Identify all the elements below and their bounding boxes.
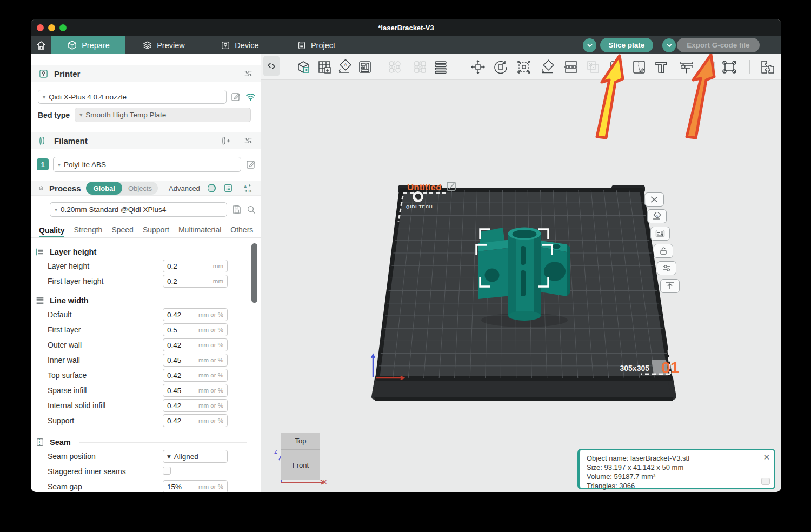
- tab-others[interactable]: Others: [230, 225, 253, 237]
- slice-options-dropdown[interactable]: [583, 38, 596, 52]
- tab-device[interactable]: Device: [202, 36, 278, 54]
- edit-filament-icon[interactable]: [245, 159, 256, 170]
- setting-value: Aligned: [174, 453, 198, 461]
- slice-plate-button[interactable]: Slice plate: [600, 38, 653, 52]
- arrange-button[interactable]: [355, 57, 375, 77]
- minimize-panel-button[interactable]: –: [761, 478, 770, 485]
- first-layer-height-input[interactable]: 0.2mm: [163, 275, 228, 288]
- variable-layer-height-button[interactable]: [758, 57, 777, 77]
- group-title: Layer height: [50, 248, 96, 256]
- rotate-button[interactable]: [491, 57, 510, 77]
- build-plate[interactable]: QIDI TECH 305x305: [371, 185, 674, 401]
- tab-multimaterial[interactable]: Multimaterial: [178, 225, 221, 237]
- edit-printer-icon[interactable]: [230, 91, 241, 102]
- tab-speed[interactable]: Speed: [111, 225, 133, 237]
- process-scope-objects[interactable]: Objects: [122, 184, 158, 192]
- lay-on-face-button[interactable]: [537, 57, 557, 77]
- split-to-parts-button[interactable]: [410, 57, 430, 77]
- line-width-default-input[interactable]: 0.42mm or %: [163, 308, 228, 321]
- seam-gap-input[interactable]: 15%mm or %: [163, 480, 228, 492]
- auto-orient-button[interactable]: A: [335, 57, 354, 77]
- edit-plate-name-icon[interactable]: [447, 182, 455, 190]
- tab-support[interactable]: Support: [143, 225, 169, 237]
- cut-button[interactable]: [561, 57, 581, 77]
- fuzzy-skin-button[interactable]: [700, 57, 720, 77]
- lock-plate-button[interactable]: [654, 244, 673, 258]
- add-plate-button[interactable]: [315, 57, 334, 77]
- line-width-outer-wall-input[interactable]: 0.42mm or %: [163, 338, 228, 351]
- tab-preview[interactable]: Preview: [125, 36, 202, 54]
- collapse-sidebar-button[interactable]: [263, 56, 280, 76]
- move-plate-up-button[interactable]: [660, 279, 680, 293]
- seam-position-select[interactable]: ▾Aligned: [163, 450, 228, 463]
- sidebar-scrollbar[interactable]: [251, 243, 257, 303]
- tab-strength[interactable]: Strength: [74, 225, 102, 237]
- compare-presets-icon[interactable]: AB: [243, 183, 253, 194]
- line-width-top-surface-input[interactable]: 0.42mm or %: [163, 369, 228, 382]
- setting-unit: mm or %: [198, 372, 223, 378]
- assembly-button[interactable]: [720, 57, 739, 77]
- setting-unit: mm or %: [198, 402, 223, 409]
- mesh-boolean-button[interactable]: [583, 57, 603, 77]
- printer-settings-icon[interactable]: [243, 69, 253, 78]
- viewport-3d[interactable]: A: [261, 54, 781, 492]
- view-cube[interactable]: Top Front: [281, 433, 320, 480]
- plate-name-label[interactable]: Untitled: [407, 182, 441, 192]
- printer-select[interactable]: ▾ Qidi X-Plus 4 0.4 nozzle: [38, 90, 227, 104]
- object-list-button[interactable]: [431, 57, 450, 77]
- tab-project[interactable]: Project: [278, 36, 354, 54]
- line-width-internal-solid-input[interactable]: 0.42mm or %: [163, 399, 228, 412]
- setting-unit: mm or %: [198, 311, 223, 318]
- model-object[interactable]: [478, 228, 570, 328]
- save-preset-icon[interactable]: [231, 204, 242, 215]
- seam-paint-button[interactable]: [629, 57, 649, 77]
- plate-size-label: 305x305: [620, 364, 649, 373]
- add-filament-icon[interactable]: [220, 136, 230, 146]
- tab-preview-label: Preview: [157, 41, 185, 50]
- plate-auto-orient-button[interactable]: A: [647, 209, 667, 223]
- measure-button[interactable]: [677, 57, 696, 77]
- plate-arrange-button[interactable]: [650, 227, 670, 241]
- tab-quality[interactable]: Quality: [39, 226, 64, 238]
- tab-prepare[interactable]: Prepare: [51, 36, 125, 54]
- printer-connection-wifi-icon[interactable]: [245, 91, 256, 102]
- staggered-inner-seams-checkbox[interactable]: [163, 467, 171, 475]
- process-section-header: Process Global Objects Advanced AB: [31, 181, 261, 196]
- scale-button[interactable]: [514, 57, 534, 77]
- view-cube-front-face[interactable]: Front: [281, 450, 320, 480]
- split-to-objects-button[interactable]: [385, 57, 404, 77]
- plate-settings-button[interactable]: [657, 261, 676, 275]
- export-gcode-button[interactable]: Export G-code file: [677, 38, 760, 52]
- add-model-button[interactable]: [294, 57, 314, 77]
- process-list-icon[interactable]: [223, 183, 233, 193]
- line-width-support-input[interactable]: 0.42mm or %: [163, 414, 228, 427]
- line-width-inner-wall-input[interactable]: 0.45mm or %: [163, 354, 228, 367]
- bed-type-value: Smooth High Temp Plate: [85, 111, 166, 119]
- bed-type-select[interactable]: ▾ Smooth High Temp Plate: [75, 108, 251, 122]
- line-width-sparse-infill-input[interactable]: 0.45mm or %: [163, 384, 228, 397]
- setting-unit: mm or %: [198, 357, 223, 363]
- delete-plate-button[interactable]: [644, 192, 664, 207]
- filament-slot-badge[interactable]: 1: [37, 158, 49, 170]
- layer-height-icon: [35, 247, 45, 257]
- home-button[interactable]: [31, 36, 51, 54]
- line-width-first-layer-input[interactable]: 0.5mm or %: [163, 323, 228, 336]
- filament-settings-icon[interactable]: [243, 136, 253, 145]
- setting-label: First layer height: [48, 277, 163, 285]
- search-settings-icon[interactable]: [246, 204, 256, 215]
- setting-label: Seam position: [48, 452, 163, 461]
- process-preset-select[interactable]: ▾ 0.20mm Standard @Qidi XPlus4: [50, 202, 227, 217]
- filament-select[interactable]: ▾ PolyLite ABS: [53, 157, 241, 172]
- color-paint-button[interactable]: [607, 57, 626, 77]
- prepare-cube-icon: [67, 40, 77, 50]
- setting-label: Sparse infill: [48, 386, 163, 395]
- export-options-dropdown[interactable]: [662, 38, 676, 52]
- advanced-toggle[interactable]: [208, 184, 216, 192]
- move-button[interactable]: [468, 57, 488, 77]
- process-scope-global[interactable]: Global: [86, 182, 122, 195]
- setting-unit: mm or %: [198, 483, 223, 490]
- layer-height-input[interactable]: 0.2mm: [163, 260, 228, 272]
- text-tool-button[interactable]: [652, 57, 671, 77]
- view-cube-top-face[interactable]: Top: [281, 433, 320, 450]
- close-icon[interactable]: ✕: [763, 453, 770, 462]
